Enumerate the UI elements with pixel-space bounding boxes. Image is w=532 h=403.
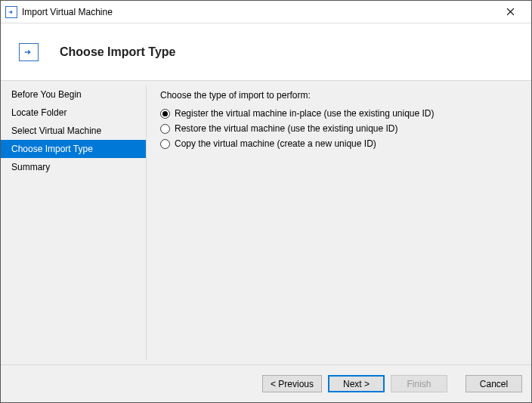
option-label: Copy the virtual machine (create a new u… xyxy=(175,138,376,149)
close-icon xyxy=(506,8,515,16)
option-register-in-place[interactable]: Register the virtual machine in-place (u… xyxy=(160,108,518,119)
next-button[interactable]: Next > xyxy=(328,375,385,392)
window-title: Import Virtual Machine xyxy=(22,7,113,17)
wizard-header: Choose Import Type xyxy=(1,23,531,81)
step-select-virtual-machine[interactable]: Select Virtual Machine xyxy=(1,122,146,140)
wizard-steps-sidebar: Before You Begin Locate Folder Select Vi… xyxy=(1,81,146,364)
import-vm-large-icon xyxy=(19,43,39,61)
cancel-button[interactable]: Cancel xyxy=(466,375,522,392)
step-summary[interactable]: Summary xyxy=(1,158,146,176)
option-restore-vm[interactable]: Restore the virtual machine (use the exi… xyxy=(160,123,518,134)
option-copy-vm[interactable]: Copy the virtual machine (create a new u… xyxy=(160,138,518,149)
step-choose-import-type[interactable]: Choose Import Type xyxy=(1,140,146,158)
wizard-footer: < Previous Next > Finish Cancel xyxy=(1,364,531,402)
previous-button[interactable]: < Previous xyxy=(262,375,322,392)
step-before-you-begin[interactable]: Before You Begin xyxy=(1,85,146,104)
radio-icon xyxy=(160,124,170,134)
titlebar: Import Virtual Machine xyxy=(1,1,531,23)
option-label: Register the virtual machine in-place (u… xyxy=(175,108,435,119)
radio-icon xyxy=(160,139,170,149)
radio-icon xyxy=(160,109,170,119)
page-title: Choose Import Type xyxy=(60,45,176,59)
finish-button: Finish xyxy=(391,375,447,392)
wizard-body: Before You Begin Locate Folder Select Vi… xyxy=(1,81,531,364)
instruction-text: Choose the type of import to perform: xyxy=(160,90,518,101)
option-label: Restore the virtual machine (use the exi… xyxy=(175,123,397,134)
step-locate-folder[interactable]: Locate Folder xyxy=(1,104,146,122)
wizard-content: Choose the type of import to perform: Re… xyxy=(147,81,531,364)
close-button[interactable] xyxy=(495,2,525,23)
import-vm-icon xyxy=(5,6,17,18)
